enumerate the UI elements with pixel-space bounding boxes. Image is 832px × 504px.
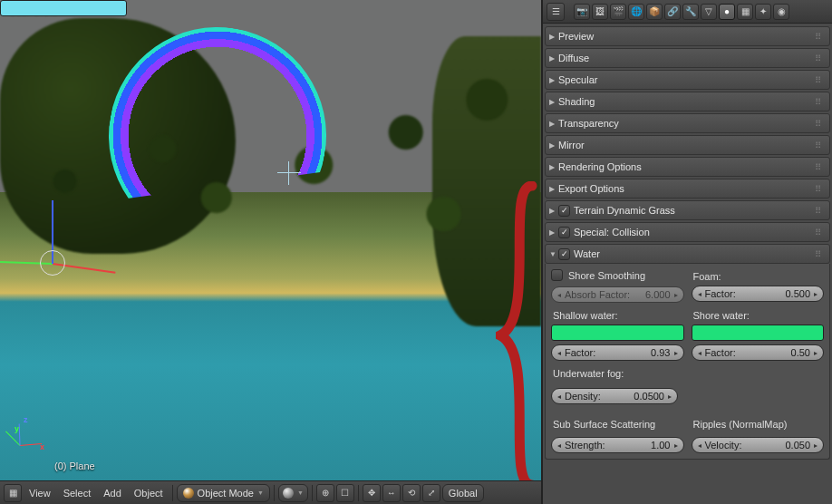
mode-dropdown[interactable]: Object Mode ▼ (177, 484, 270, 502)
shore-water-color[interactable] (692, 325, 825, 341)
fog-density-field[interactable]: ◂ Density: 0.0500 ▸ (551, 388, 678, 404)
chevron-right-icon: ▸ (672, 291, 680, 299)
ripples-label: Ripples (NormalMap) (693, 419, 825, 430)
shallow-factor-field[interactable]: ◂ Factor: 0.93 ▸ (551, 344, 684, 361)
editor-type-icon[interactable]: ☰ (547, 3, 565, 21)
view3d-region[interactable]: xyz User Ortho (0) Plane (0, 0, 541, 480)
rotate-icon[interactable]: ⟲ (402, 484, 421, 502)
panel-transparency[interactable]: ▶Transparency⠿ (545, 113, 830, 133)
menu-select[interactable]: Select (58, 484, 97, 502)
tab-layers-icon[interactable]: 🖼 (592, 4, 608, 20)
axis-orientation-widget: xyz (16, 417, 49, 450)
chevron-left-icon: ◂ (556, 393, 563, 401)
tab-physics-icon[interactable]: ◉ (773, 4, 789, 20)
menu-object[interactable]: Object (129, 484, 169, 502)
menu-view[interactable]: View (24, 484, 56, 502)
panel-rendering-options[interactable]: ▶Rendering Options⠿ (545, 157, 830, 177)
panel-diffuse[interactable]: ▶Diffuse⠿ (545, 48, 830, 68)
tab-particles-icon[interactable]: ✦ (755, 4, 771, 20)
chevron-right-icon: ▸ (812, 290, 819, 298)
properties-editor: ☰ 📷 🖼 🎬 🌐 📦 🔗 🔧 ▽ ● ▦ ✦ ◉ ▶Preview⠿ ▶Dif… (542, 0, 832, 504)
shore-smoothing-label: Shore Smoothing (568, 270, 645, 281)
pivot-icon[interactable]: ⊕ (316, 484, 334, 502)
shore-smoothing-checkbox[interactable] (551, 269, 563, 281)
chevron-left-icon: ◂ (696, 441, 703, 450)
orientation-label: Global (449, 488, 478, 499)
panel-shading[interactable]: ▶Shading⠿ (545, 92, 830, 111)
panel-water-body: Shore Smoothing ◂ Absorb Factor: 6.000 ▸… (545, 264, 830, 460)
object-mode-icon (183, 488, 194, 499)
tab-modifiers-icon[interactable]: 🔧 (682, 4, 699, 20)
panel-preview[interactable]: ▶Preview⠿ (545, 26, 830, 46)
3d-cursor (277, 161, 301, 185)
tab-constraints-icon[interactable]: 🔗 (664, 4, 681, 20)
shallow-water-color[interactable] (551, 325, 684, 341)
foam-label: Foam: (692, 269, 825, 286)
chevron-left-icon: ◂ (556, 441, 563, 450)
orientation-dropdown[interactable]: Global (442, 484, 484, 502)
sss-strength-field[interactable]: ◂ Strength: 1.00 ▸ (551, 437, 684, 453)
chevron-right-icon: ▸ (812, 349, 819, 357)
translate-icon[interactable]: ↔ (382, 484, 401, 502)
menu-add[interactable]: Add (98, 484, 127, 502)
panel-export-options[interactable]: ▶Export Options⠿ (545, 179, 830, 199)
foam-factor-field[interactable]: ◂ Factor: 0.500 ▸ (692, 286, 825, 302)
properties-header: ☰ 📷 🖼 🎬 🌐 📦 🔗 🔧 ▽ ● ▦ ✦ ◉ (543, 0, 832, 24)
mode-label: Object Mode (198, 488, 254, 499)
3d-viewport[interactable]: xyz User Ortho (0) Plane ▦ View Select A… (0, 0, 542, 504)
chevron-left-icon: ◂ (696, 349, 703, 357)
panel-specular[interactable]: ▶Specular⠿ (545, 70, 830, 90)
tab-scene-icon[interactable]: 🎬 (610, 4, 626, 20)
chevron-right-icon: ▸ (672, 441, 680, 450)
chevron-right-icon: ▸ (812, 441, 819, 450)
tab-data-icon[interactable]: ▽ (701, 4, 717, 20)
scene-render: xyz (0, 0, 541, 480)
tab-texture-icon[interactable]: ▦ (737, 4, 753, 20)
tab-world-icon[interactable]: 🌐 (628, 4, 644, 20)
chevron-right-icon: ▸ (666, 393, 673, 401)
scale-icon[interactable]: ⤢ (422, 484, 440, 502)
shallow-water-label: Shallow water: (551, 308, 684, 325)
shore-factor-field[interactable]: ◂ Factor: 0.50 ▸ (692, 344, 825, 361)
special-collision-checkbox[interactable]: ✓ (558, 227, 570, 238)
water-checkbox[interactable]: ✓ (558, 248, 570, 260)
editor-type-icon[interactable]: ▦ (4, 484, 22, 502)
shading-icon (283, 488, 294, 499)
panel-mirror[interactable]: ▶Mirror⠿ (545, 135, 830, 155)
panel-special-collision[interactable]: ▶✓Special: Collision⠿ (545, 222, 830, 242)
underwater-fog-label: Underwater fog: (551, 366, 824, 383)
shore-water-label: Shore water: (692, 308, 825, 325)
shading-dropdown[interactable]: ▼ (278, 484, 308, 502)
tab-object-icon[interactable]: 📦 (646, 4, 663, 20)
panel-terrain-grass[interactable]: ▶✓Terrain Dynamic Grass⠿ (545, 200, 830, 220)
sss-label: Sub Surface Scattering (553, 419, 684, 430)
chevron-left-icon: ◂ (696, 290, 703, 298)
pivot2-icon[interactable]: ☐ (336, 484, 354, 502)
tab-render-icon[interactable]: 📷 (574, 4, 590, 20)
absorb-factor-field: ◂ Absorb Factor: 6.000 ▸ (551, 286, 684, 303)
tab-material-icon[interactable]: ● (719, 4, 735, 20)
chevron-left-icon: ◂ (556, 349, 563, 357)
ripples-velocity-field[interactable]: ◂ Velocity: 0.050 ▸ (692, 437, 825, 453)
view3d-header: ▦ View Select Add Object Object Mode ▼ ▼… (0, 480, 541, 504)
manipulator-toggle-icon[interactable]: ✥ (363, 484, 381, 502)
hud-active-object: (0) Plane (54, 460, 95, 471)
chevron-left-icon: ◂ (556, 291, 563, 299)
panel-water[interactable]: ▼✓Water⠿ (545, 244, 830, 264)
chevron-right-icon: ▸ (672, 349, 680, 357)
terrain-grass-checkbox[interactable]: ✓ (558, 205, 570, 217)
